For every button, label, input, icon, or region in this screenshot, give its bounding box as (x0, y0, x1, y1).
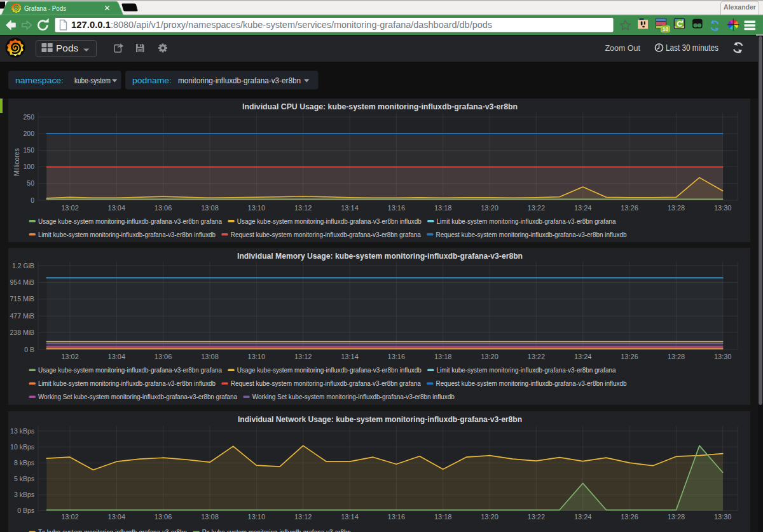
svg-text:13:16: 13:16 (388, 353, 406, 360)
svg-text:250: 250 (23, 113, 34, 121)
svg-text:13:06: 13:06 (155, 204, 172, 212)
svg-text:Individual CPU Usage: kube-sys: Individual CPU Usage: kube-system monito… (242, 102, 518, 111)
svg-text:13:02: 13:02 (61, 353, 79, 360)
svg-text:0 B: 0 B (24, 346, 34, 353)
svg-text:127.0.0.1: 127.0.0.1 (71, 20, 111, 30)
svg-text:10: 10 (663, 26, 669, 32)
svg-text:13:06: 13:06 (155, 353, 172, 360)
svg-text:13:12: 13:12 (294, 204, 312, 212)
svg-text:10 kBps: 10 kBps (10, 443, 34, 451)
svg-text:13:22: 13:22 (528, 513, 546, 521)
svg-text:200: 200 (23, 130, 34, 137)
svg-text:13:06: 13:06 (155, 513, 172, 521)
svg-text:5 kBps: 5 kBps (14, 475, 34, 482)
svg-text:13:26: 13:26 (621, 513, 638, 521)
svg-text:13:10: 13:10 (248, 513, 266, 521)
svg-text:954 MiB: 954 MiB (10, 278, 34, 286)
svg-text:1.2 GiB: 1.2 GiB (12, 262, 34, 269)
svg-text:13:28: 13:28 (668, 513, 685, 521)
svg-text:715 MiB: 715 MiB (10, 295, 34, 303)
svg-text:13:10: 13:10 (248, 204, 266, 212)
svg-text:Pods: Pods (56, 43, 79, 53)
svg-text:13:20: 13:20 (481, 204, 498, 212)
svg-text:13:18: 13:18 (434, 513, 452, 521)
svg-text:13:14: 13:14 (341, 353, 359, 360)
svg-text:Limit kube-system monitoring-i: Limit kube-system monitoring-influxdb-gr… (437, 367, 616, 374)
svg-text:13:02: 13:02 (61, 513, 79, 521)
svg-text:8 kBps: 8 kBps (14, 459, 34, 467)
svg-text:0: 0 (31, 196, 34, 204)
svg-text:Request kube-system monitoring: Request kube-system monitoring-influxdb-… (436, 380, 627, 387)
svg-text:Usage kube-system monitoring-i: Usage kube-system monitoring-influxdb-gr… (38, 218, 222, 225)
svg-text:3 kBps: 3 kBps (14, 491, 34, 498)
svg-text:Request kube-system monitoring: Request kube-system monitoring-influxdb-… (231, 380, 421, 387)
svg-text:Tx kube-system monitoring-infl: Tx kube-system monitoring-influxdb-grafa… (38, 529, 187, 532)
svg-text:Limit kube-system monitoring-i: Limit kube-system monitoring-influxdb-gr… (437, 218, 616, 225)
svg-text:13 kBps: 13 kBps (10, 427, 34, 435)
svg-text:13:30: 13:30 (714, 513, 732, 521)
svg-text::8080/api/v1/proxy/namespaces/: :8080/api/v1/proxy/namespaces/kube-syste… (111, 20, 492, 30)
svg-text:Zoom Out: Zoom Out (605, 44, 640, 53)
svg-text:13:18: 13:18 (434, 204, 452, 212)
svg-text:Rx kube-system monitoring-infl: Rx kube-system monitoring-influxdb-grafa… (202, 529, 351, 532)
svg-text:13:20: 13:20 (481, 353, 498, 360)
svg-text:13:18: 13:18 (434, 353, 452, 360)
svg-text:13:12: 13:12 (294, 513, 312, 521)
svg-text:Working Set kube-system monito: Working Set kube-system monitoring-influ… (252, 393, 455, 400)
svg-text:13:24: 13:24 (574, 204, 592, 212)
svg-text:477 MiB: 477 MiB (10, 312, 34, 320)
svg-text:13:30: 13:30 (714, 353, 732, 360)
svg-text:50: 50 (27, 179, 34, 187)
svg-text:Individual Memory Usage: kube-: Individual Memory Usage: kube-system mon… (237, 252, 523, 261)
svg-text:13:08: 13:08 (201, 204, 219, 212)
svg-text:13:10: 13:10 (248, 353, 266, 360)
svg-text:13:04: 13:04 (108, 513, 126, 521)
svg-text:kube-system: kube-system (74, 76, 111, 85)
svg-text:150: 150 (23, 146, 34, 154)
svg-text:238 MiB: 238 MiB (10, 329, 34, 336)
svg-text:13:14: 13:14 (341, 513, 359, 521)
svg-text:namespace:: namespace: (15, 76, 64, 85)
svg-text:100: 100 (23, 163, 34, 170)
svg-text:13:02: 13:02 (61, 204, 79, 212)
svg-text:13:24: 13:24 (574, 513, 592, 521)
svg-text:Usage kube-system monitoring-i: Usage kube-system monitoring-influxdb-gr… (237, 218, 422, 225)
svg-text:13:22: 13:22 (528, 353, 546, 360)
svg-text:Last 30 minutes: Last 30 minutes (666, 43, 718, 53)
svg-text:Request kube-system monitoring: Request kube-system monitoring-influxdb-… (436, 231, 627, 238)
svg-text:Working Set kube-system monito: Working Set kube-system monitoring-influ… (38, 393, 237, 400)
svg-text:13:28: 13:28 (668, 353, 685, 360)
svg-text:13:04: 13:04 (108, 353, 126, 360)
svg-text:13:26: 13:26 (621, 353, 638, 360)
svg-text:Millicores: Millicores (13, 148, 20, 176)
svg-text:Usage kube-system monitoring-i: Usage kube-system monitoring-influxdb-gr… (38, 367, 222, 374)
svg-text:13:26: 13:26 (621, 204, 638, 212)
svg-text:13:04: 13:04 (108, 204, 126, 212)
svg-text:13:24: 13:24 (574, 353, 592, 360)
svg-text:13:12: 13:12 (294, 353, 312, 360)
svg-text:monitoring-influxdb-grafana-v3: monitoring-influxdb-grafana-v3-er8bn (178, 76, 301, 85)
svg-text:13:20: 13:20 (481, 513, 498, 521)
svg-text:13:16: 13:16 (388, 204, 406, 212)
svg-text:Limit kube-system monitoring-i: Limit kube-system monitoring-influxdb-gr… (38, 231, 216, 238)
svg-text:13:28: 13:28 (668, 204, 685, 212)
svg-text:Alexander: Alexander (724, 3, 756, 11)
svg-text:Request kube-system monitoring: Request kube-system monitoring-influxdb-… (231, 231, 421, 238)
svg-text:13:14: 13:14 (341, 204, 359, 212)
svg-text:13:08: 13:08 (201, 353, 219, 360)
svg-text:13:08: 13:08 (201, 513, 219, 521)
svg-text:Usage kube-system monitoring-i: Usage kube-system monitoring-influxdb-gr… (237, 367, 422, 374)
svg-text:Limit kube-system monitoring-i: Limit kube-system monitoring-influxdb-gr… (38, 380, 216, 387)
svg-text:13:22: 13:22 (528, 204, 546, 212)
svg-text:13:16: 13:16 (388, 513, 406, 521)
svg-text:0 Bps: 0 Bps (17, 507, 34, 514)
svg-text:Grafana - Pods: Grafana - Pods (24, 4, 66, 12)
svg-text:podname:: podname: (132, 76, 172, 85)
svg-text:13:30: 13:30 (714, 204, 732, 212)
svg-text:Individual Network Usage: kube: Individual Network Usage: kube-system mo… (238, 415, 522, 424)
